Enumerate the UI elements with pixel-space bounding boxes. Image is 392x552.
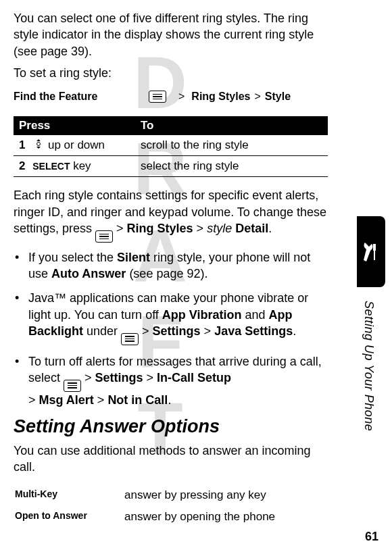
- key-suffix: key: [70, 159, 91, 172]
- press-text: up or down: [48, 139, 105, 151]
- intro-paragraph-1: You can select one of five different rin…: [14, 10, 328, 59]
- table-row: Multi-Key answer by pressing any key: [15, 485, 326, 505]
- page-content: You can select one of five different rin…: [0, 0, 365, 538]
- intro-paragraph-2: To set a ring style:: [14, 66, 328, 80]
- nav-java-settings: Java Settings: [214, 324, 293, 338]
- nav-ring-styles: Ring Styles: [191, 91, 250, 103]
- nav-ring-styles: Ring Styles: [127, 222, 193, 235]
- option-multi-key: Multi-Key: [15, 485, 123, 505]
- chevron: >: [143, 371, 157, 384]
- menu-icon: [149, 91, 166, 103]
- table-row: 2 SELECT key select the ring style: [14, 156, 328, 177]
- step-number: 1: [19, 139, 25, 151]
- menu-icon: [121, 333, 139, 345]
- svg-rect-2: [374, 251, 375, 260]
- svg-point-0: [37, 143, 41, 146]
- chevron: >: [28, 393, 39, 407]
- bullet-list: If you select the Silent ring style, you…: [14, 249, 328, 408]
- paragraph-answer-intro: You can use additional methods to answer…: [14, 443, 328, 476]
- list-item: If you select the Silent ring style, you…: [28, 249, 328, 282]
- press-to-table: Press To 1 up or down scroll to the ring…: [14, 116, 328, 178]
- select-key-label: SELECT: [32, 161, 70, 172]
- chevron: >: [178, 91, 185, 103]
- nav-settings: Settings: [95, 371, 143, 384]
- nav-settings: Settings: [153, 324, 201, 338]
- nav-app-vibration: App Vibration: [162, 308, 242, 322]
- option-open-to-answer: Open to Answer: [15, 507, 123, 527]
- text: and: [242, 308, 269, 322]
- table-row: 1 up or down scroll to the ring style: [14, 135, 328, 156]
- table-row: Open to Answer answer by opening the pho…: [15, 507, 326, 527]
- header-press: Press: [14, 116, 135, 135]
- chevron: >: [254, 91, 260, 103]
- paragraph-change-settings: Each ring style contains settings for sp…: [14, 187, 328, 242]
- chevron: >: [139, 324, 153, 338]
- list-item: To turn off alerts for messages that arr…: [28, 353, 328, 408]
- period: .: [268, 222, 272, 235]
- chevron: >: [201, 324, 215, 338]
- find-feature-label: Find the Feature: [14, 91, 149, 103]
- nav-incall-setup: In-Call Setup: [157, 371, 231, 384]
- option-desc: answer by pressing any key: [124, 485, 326, 505]
- page-number: 61: [365, 530, 378, 544]
- header-to: To: [135, 116, 328, 135]
- nav-style: Style: [265, 91, 291, 103]
- chevron: >: [81, 371, 95, 384]
- find-feature-row: Find the Feature > Ring Styles > Style: [14, 91, 328, 103]
- nav-not-in-call: Not in Call: [107, 393, 168, 407]
- chevron: >: [113, 222, 127, 235]
- period: .: [168, 393, 171, 407]
- period: .: [293, 324, 296, 338]
- to-text: select the ring style: [135, 156, 328, 177]
- text: (see page 92).: [126, 267, 207, 280]
- nav-silent: Silent: [117, 251, 150, 264]
- step-number: 2: [19, 159, 25, 172]
- chevron: >: [94, 393, 108, 407]
- nav-msg-alert: Msg Alert: [39, 393, 94, 407]
- text: If you select the: [28, 251, 117, 264]
- svg-rect-1: [373, 244, 376, 251]
- heading-answer-options: Setting Answer Options: [14, 416, 328, 437]
- style-placeholder: style: [207, 222, 232, 235]
- answer-options-table: Multi-Key answer by pressing any key Ope…: [14, 484, 328, 528]
- text: under: [83, 324, 121, 338]
- chevron: >: [193, 222, 207, 235]
- to-text: scroll to the ring style: [135, 135, 328, 156]
- option-desc: answer by opening the phone: [124, 507, 326, 527]
- nav-up-down-icon: [32, 139, 45, 152]
- list-item: Java™ applications can make your phone v…: [28, 290, 328, 345]
- menu-icon: [95, 230, 113, 243]
- menu-icon: [64, 380, 81, 392]
- table-header-row: Press To: [14, 116, 328, 135]
- nav-auto-answer: Auto Answer: [51, 267, 126, 280]
- nav-detail: Detail: [235, 222, 268, 235]
